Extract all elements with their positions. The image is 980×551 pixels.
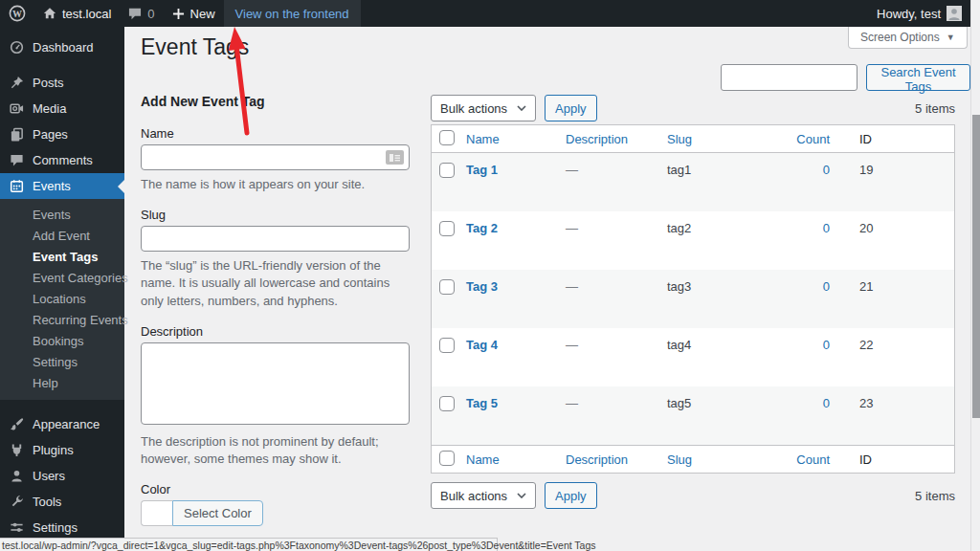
sidebar-item-dashboard[interactable]: Dashboard: [0, 34, 124, 60]
chevron-down-icon: [517, 105, 526, 111]
column-header-description[interactable]: Description: [566, 132, 667, 146]
select-color-button[interactable]: Select Color: [172, 500, 263, 526]
admin-bar-spacer: [361, 0, 868, 27]
tag-name-link[interactable]: Tag 2: [466, 221, 566, 235]
page-title: Event Tags: [141, 34, 249, 60]
items-count: 5 items: [915, 101, 955, 116]
slug-help-text: The “slug” is the URL-friendly version o…: [141, 257, 410, 310]
view-on-frontend-link[interactable]: View on the frontend: [224, 0, 361, 27]
plus-icon: [172, 8, 185, 20]
apply-button-bottom[interactable]: Apply: [545, 482, 597, 509]
description-help-text: The description is not prominent by defa…: [141, 433, 410, 468]
table-row: Tag 2 — tag2 0 20: [432, 211, 954, 270]
user-icon: [10, 469, 24, 483]
row-checkbox[interactable]: [439, 221, 455, 236]
screen-options-button[interactable]: Screen Options ▼: [848, 27, 968, 49]
admin-sidebar: Dashboard Posts Media Pages Comments Eve…: [0, 27, 124, 551]
howdy-account-menu[interactable]: Howdy, test: [868, 0, 970, 27]
vertical-scrollbar[interactable]: [970, 0, 980, 551]
sidebar-item-appearance[interactable]: Appearance: [0, 411, 124, 437]
sidebar-item-event-categories[interactable]: Event Categories: [0, 268, 124, 289]
table-row: Tag 4 — tag4 0 22: [432, 328, 954, 386]
select-all-checkbox[interactable]: [439, 451, 455, 466]
sidebar-item-settings[interactable]: Settings: [0, 515, 124, 540]
sidebar-item-comments[interactable]: Comments: [0, 147, 124, 173]
add-tag-form: Add New Event Tag Name The name is how i…: [141, 94, 410, 551]
description-field[interactable]: [141, 342, 410, 425]
sidebar-item-events-settings[interactable]: Settings: [0, 352, 124, 373]
new-label: New: [190, 7, 215, 21]
chevron-down-icon: [517, 493, 526, 498]
camera-icon: [10, 101, 24, 116]
row-checkbox[interactable]: [439, 163, 455, 178]
menu-separator: [0, 60, 124, 70]
new-content-menu[interactable]: New: [164, 0, 224, 27]
column-footer-count[interactable]: Count: [772, 452, 830, 467]
sidebar-item-event-tags[interactable]: Event Tags: [0, 247, 124, 268]
slug-field[interactable]: [141, 226, 410, 252]
row-checkbox[interactable]: [439, 279, 455, 295]
site-name: test.local: [62, 7, 111, 21]
comment-bubble-icon: [128, 8, 142, 20]
sidebar-item-tools[interactable]: Tools: [0, 489, 124, 515]
search-event-tags-button[interactable]: Search Event Tags: [866, 64, 970, 91]
bulk-actions-select-bottom[interactable]: Bulk actions: [431, 482, 536, 509]
sidebar-item-events-help[interactable]: Help: [0, 373, 124, 394]
sidebar-item-recurring-events[interactable]: Recurring Events: [0, 310, 124, 331]
row-checkbox[interactable]: [439, 338, 455, 353]
tag-name-link[interactable]: Tag 5: [466, 396, 566, 410]
sidebar-item-posts[interactable]: Posts: [0, 70, 124, 96]
apply-button[interactable]: Apply: [545, 95, 597, 121]
site-name-menu[interactable]: test.local: [34, 0, 120, 27]
sidebar-item-pages[interactable]: Pages: [0, 121, 124, 147]
table-row: Tag 1 — tag1 0 19: [432, 153, 954, 211]
row-checkbox[interactable]: [439, 396, 455, 411]
sidebar-item-media[interactable]: Media: [0, 96, 124, 121]
tag-count-link[interactable]: 0: [772, 221, 830, 235]
tag-count-link[interactable]: 0: [772, 396, 830, 410]
column-header-id: ID: [830, 132, 954, 146]
select-all-checkbox[interactable]: [439, 130, 455, 145]
plug-icon: [10, 443, 24, 457]
column-footer-description[interactable]: Description: [566, 452, 667, 467]
menu-separator: [0, 400, 124, 411]
browser-status-bar: test.local/wp-admin/?vgca_direct=1&vgca_…: [0, 538, 498, 551]
comments-menu[interactable]: 0: [120, 0, 163, 27]
column-header-count[interactable]: Count: [772, 132, 830, 146]
sidebar-item-locations[interactable]: Locations: [0, 289, 124, 310]
scrollbar-thumb[interactable]: [972, 115, 980, 418]
sidebar-item-users[interactable]: Users: [0, 463, 124, 489]
sidebar-item-bookings[interactable]: Bookings: [0, 331, 124, 352]
autofill-contact-icon[interactable]: [386, 150, 404, 165]
column-header-slug[interactable]: Slug: [667, 132, 772, 146]
wrench-icon: [10, 495, 24, 509]
sidebar-item-events[interactable]: Events: [0, 173, 124, 199]
table-header-row: Name Description Slug Count ID: [432, 125, 954, 153]
search-input[interactable]: [721, 64, 858, 91]
howdy-text: Howdy, test: [877, 7, 941, 21]
sidebar-item-add-event[interactable]: Add Event: [0, 226, 124, 247]
color-swatch[interactable]: [141, 500, 172, 526]
tag-count-link[interactable]: 0: [772, 279, 830, 294]
column-footer-slug[interactable]: Slug: [667, 452, 772, 467]
column-footer-name[interactable]: Name: [466, 452, 566, 467]
sidebar-item-events-events[interactable]: Events: [0, 205, 124, 226]
tag-count-link[interactable]: 0: [772, 338, 830, 352]
sidebar-item-plugins[interactable]: Plugins: [0, 437, 124, 463]
tag-count-link[interactable]: 0: [772, 163, 830, 177]
tag-name-link[interactable]: Tag 4: [466, 338, 566, 352]
comment-count: 0: [147, 7, 154, 21]
wordpress-logo-menu[interactable]: W: [0, 0, 34, 27]
items-count-bottom: 5 items: [915, 489, 955, 503]
tag-name-link[interactable]: Tag 1: [466, 163, 566, 177]
dashboard-icon: [10, 40, 24, 55]
column-footer-id: ID: [830, 452, 954, 467]
bulk-actions-select[interactable]: Bulk actions: [431, 95, 536, 121]
table-row: Tag 3 — tag3 0 21: [432, 270, 954, 328]
slug-label: Slug: [141, 208, 410, 222]
tag-name-link[interactable]: Tag 3: [466, 279, 566, 294]
sliders-icon: [10, 520, 24, 535]
name-field[interactable]: [141, 144, 410, 170]
column-header-name[interactable]: Name: [466, 132, 566, 146]
form-heading: Add New Event Tag: [141, 94, 410, 109]
